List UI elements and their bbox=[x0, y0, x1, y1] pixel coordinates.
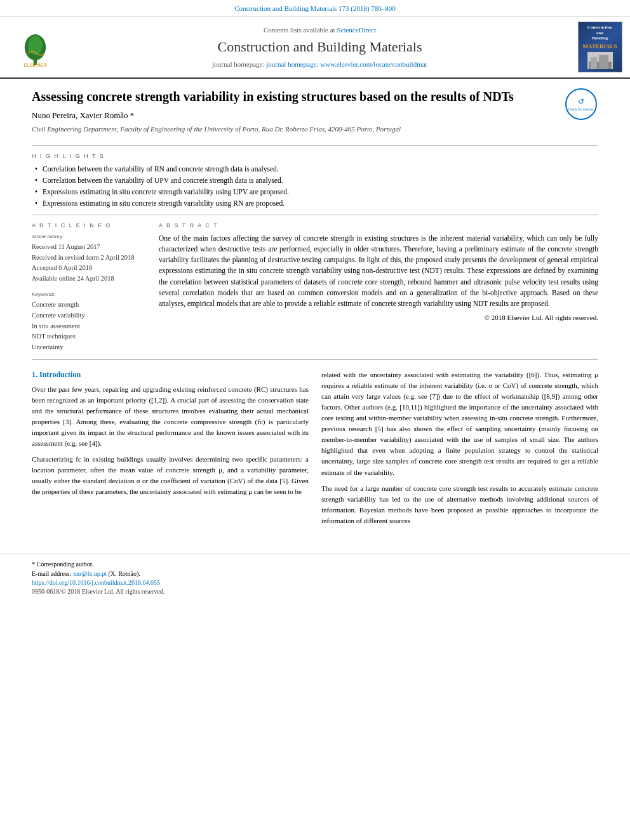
corresponding-author-label: * Corresponding author. bbox=[32, 561, 93, 568]
date-accepted: Accepted 6 April 2018 bbox=[32, 263, 146, 274]
article-footer: * Corresponding author. E-mail address: … bbox=[0, 554, 630, 596]
corresponding-author-note: * Corresponding author. bbox=[32, 559, 598, 569]
body-left-col: 1. Introduction Over the past few years,… bbox=[32, 370, 309, 531]
abstract-text: One of the main factors affecting the su… bbox=[159, 233, 598, 323]
journal-cover-image: Construction and Building MATERIALS bbox=[576, 22, 624, 72]
highlight-item-2: Correlation between the variability of U… bbox=[35, 175, 598, 185]
check-for-updates-container: ↺ Check for updates bbox=[563, 88, 598, 120]
article-info-col: A R T I C L E I N F O Article history: R… bbox=[32, 222, 146, 353]
date-revised: Received in revised form 2 April 2018 bbox=[32, 253, 146, 263]
highlight-item-4: Expressions estimating in situ concrete … bbox=[35, 198, 598, 208]
check-updates-label: Check for updates bbox=[568, 107, 593, 112]
article-authors: Nuno Pereira, Xavier Romão * bbox=[32, 110, 554, 121]
date-online: Available online 24 April 2018 bbox=[32, 274, 146, 284]
svg-rect-6 bbox=[591, 57, 597, 69]
cover-image-graphic bbox=[587, 52, 613, 69]
issn-line: 0950-0618/© 2018 Elsevier Ltd. All right… bbox=[32, 587, 598, 596]
journal-header-center: Contents lists available at ScienceDirec… bbox=[70, 22, 570, 72]
body-right-col: related with the uncertainty associated … bbox=[321, 370, 598, 531]
keywords-list: Concrete strength Concrete variability I… bbox=[32, 300, 146, 353]
email-note: E-mail address: xnr@fe.up.pt (X. Romão). bbox=[32, 569, 598, 578]
highlights-list: Correlation between the variability of R… bbox=[32, 164, 598, 208]
article-content: Assessing concrete strength variability … bbox=[0, 79, 630, 543]
journal-ref-bar: Construction and Building Materials 173 … bbox=[0, 0, 630, 17]
article-title-section: Assessing concrete strength variability … bbox=[32, 88, 598, 139]
date-received: Received 11 August 2017 bbox=[32, 242, 146, 253]
svg-text:ELSEVIER: ELSEVIER bbox=[23, 62, 47, 68]
keywords-section: Keywords: Concrete strength Concrete var… bbox=[32, 291, 146, 353]
keywords-label: Keywords: bbox=[32, 291, 146, 298]
body-para-3: related with the uncertainty associated … bbox=[321, 370, 598, 477]
journal-ref-text: Construction and Building Materials 173 … bbox=[234, 4, 396, 12]
abstract-divider bbox=[32, 359, 598, 360]
keyword-2: Concrete variability bbox=[32, 310, 146, 321]
check-icon: ↺ bbox=[578, 97, 584, 106]
keyword-3: In situ assessment bbox=[32, 321, 146, 332]
page-wrapper: Construction and Building Materials 173 … bbox=[0, 0, 630, 596]
highlight-item-1: Correlation between the variability of R… bbox=[35, 164, 598, 174]
info-abstract-section: A R T I C L E I N F O Article history: R… bbox=[32, 222, 598, 353]
science-direct-line: Contents lists available at ScienceDirec… bbox=[264, 25, 376, 35]
science-direct-link[interactable]: ScienceDirect bbox=[337, 26, 376, 34]
elsevier-logo-svg: ELSEVIER bbox=[11, 27, 59, 68]
keyword-1: Concrete strength bbox=[32, 300, 146, 310]
abstract-col: A B S T R A C T One of the main factors … bbox=[159, 222, 598, 353]
cover-materials: MATERIALS bbox=[583, 43, 617, 51]
keyword-4: NDT techniques bbox=[32, 331, 146, 342]
journal-url[interactable]: journal homepage: www.elsevier.com/locat… bbox=[266, 60, 427, 68]
cover-title: Construction and Building bbox=[587, 25, 612, 41]
article-history: Article history: Received 11 August 2017… bbox=[32, 233, 146, 284]
article-title-text: Assessing concrete strength variability … bbox=[32, 88, 554, 134]
journal-header: ELSEVIER Contents lists available at Sci… bbox=[0, 17, 630, 79]
journal-title-header: Construction and Building Materials bbox=[217, 37, 422, 57]
abstract-body: One of the main factors affecting the su… bbox=[159, 234, 598, 308]
cover-box: Construction and Building MATERIALS bbox=[578, 22, 622, 72]
email-suffix: (X. Romão). bbox=[109, 570, 140, 577]
body-para-1: Over the past few years, repairing and u… bbox=[32, 384, 309, 449]
highlights-divider bbox=[32, 215, 598, 215]
journal-homepage-line: journal homepage: journal homepage: www.… bbox=[212, 60, 427, 69]
email-label: E-mail address: bbox=[32, 570, 71, 577]
svg-rect-7 bbox=[599, 55, 608, 69]
article-affiliation: Civil Engineering Department, Faculty of… bbox=[32, 124, 554, 134]
abstract-label: A B S T R A C T bbox=[159, 222, 598, 230]
highlight-item-3: Expressions estimating in situ concrete … bbox=[35, 187, 598, 197]
highlights-section: H I G H L I G H T S Correlation between … bbox=[32, 152, 598, 208]
body-two-col: 1. Introduction Over the past few years,… bbox=[32, 370, 598, 531]
doi-link[interactable]: https://doi.org/10.1016/j.conbuildmat.20… bbox=[32, 578, 598, 587]
elsevier-logo-container: ELSEVIER bbox=[6, 22, 64, 72]
body-para-4: The need for a large number of concrete … bbox=[321, 483, 598, 526]
section-1-heading: 1. Introduction bbox=[32, 370, 309, 380]
article-info-label: A R T I C L E I N F O bbox=[32, 222, 146, 230]
check-updates-badge[interactable]: ↺ Check for updates bbox=[565, 88, 597, 120]
highlights-label: H I G H L I G H T S bbox=[32, 152, 598, 161]
body-para-2: Characterizing fc in existing buildings … bbox=[32, 454, 309, 497]
abstract-copyright: © 2018 Elsevier Ltd. All rights reserved… bbox=[159, 312, 598, 323]
author-email[interactable]: xnr@fe.up.pt bbox=[73, 570, 107, 577]
body-content: 1. Introduction Over the past few years,… bbox=[32, 370, 598, 531]
article-title: Assessing concrete strength variability … bbox=[32, 88, 554, 105]
history-label: Article history: bbox=[32, 233, 146, 240]
title-divider bbox=[32, 145, 598, 146]
keyword-5: Uncertainty bbox=[32, 342, 146, 353]
